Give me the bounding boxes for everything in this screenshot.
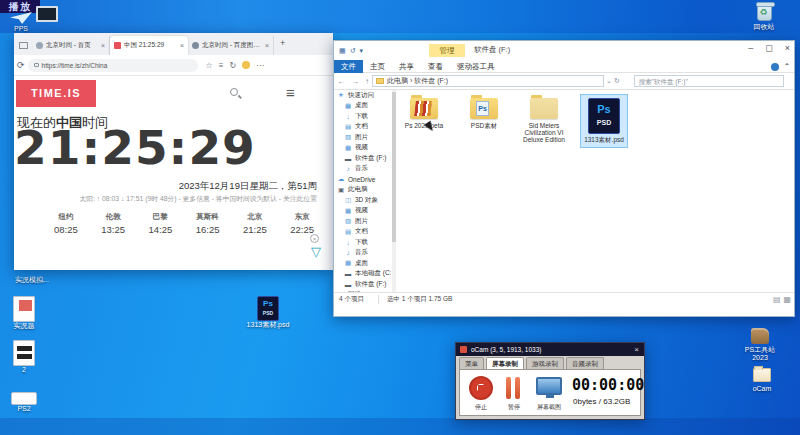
tab-timeis-china[interactable]: 中国 21:25:29 × <box>110 36 188 55</box>
sidebar-item-videos-qa[interactable]: ▦视频 <box>334 143 391 154</box>
refresh-icon[interactable]: ⟳ <box>17 60 25 70</box>
ocam-tab-screen-record[interactable]: 屏幕录制 <box>486 357 524 369</box>
file-tile-psd-assets[interactable]: Ps PSD素材 <box>460 94 508 148</box>
thumbnails-view-icon[interactable]: ▦ <box>783 295 791 304</box>
ocam-close-icon[interactable]: × <box>634 345 639 354</box>
tab3-favicon <box>192 42 199 49</box>
desktop-icon-strip[interactable]: PS2 <box>4 392 44 413</box>
monitor-app-icon[interactable] <box>36 6 58 22</box>
sidebar-item-drive-c[interactable]: ▬本地磁盘 (C:) <box>334 269 391 280</box>
search-icon[interactable] <box>230 88 238 96</box>
manage-context-tab[interactable]: 管理 <box>429 44 465 57</box>
sidebar-item-desktop[interactable]: ▦桌面 <box>334 101 391 112</box>
sidebar-item-3d-objects[interactable]: ◫3D 对象 <box>334 195 391 206</box>
back-icon[interactable]: ← <box>337 77 345 86</box>
sidebar-item-quick-access[interactable]: ★快速访问 <box>334 90 391 101</box>
ribbon-tab-file[interactable]: 文件 <box>334 60 363 73</box>
sidebar-item-documents[interactable]: ▤文档 <box>334 122 391 133</box>
help-icon[interactable] <box>771 63 779 71</box>
city-moscow[interactable]: 莫斯科16:25 <box>196 212 220 235</box>
reading-list-icon[interactable]: ≡ <box>219 61 224 70</box>
sidebar-item-downloads-pc[interactable]: ↓下载 <box>334 237 391 248</box>
ribbon-tab-drivetools[interactable]: 驱动器工具 <box>450 60 502 73</box>
favorites-star-icon[interactable]: ☆ <box>206 61 213 70</box>
sidebar-item-pictures-pc[interactable]: ▨图片 <box>334 216 391 227</box>
desktop-icon-toolstation[interactable]: PS工具站 2023 <box>736 328 784 362</box>
desktop-icon-psd[interactable]: PsPSD 1313素材.psd <box>246 296 290 329</box>
city-london[interactable]: 伦敦13:25 <box>101 212 125 235</box>
sidebar-item-drive-f[interactable]: ▬软件盘 (F:) <box>334 279 391 290</box>
sidebar-item-drive-f-qa[interactable]: ▬软件盘 (F:) <box>334 153 391 164</box>
ribbon-tab-share[interactable]: 共享 <box>392 60 421 73</box>
city-paris[interactable]: 巴黎14:25 <box>148 212 172 235</box>
file-tile-civ6[interactable]: Sid Meiers Civilization VI Deluxe Editio… <box>520 94 568 148</box>
history-icon[interactable]: ↻ <box>229 61 236 70</box>
file-tile-ps2023beta[interactable]: Ps 2023 beta <box>400 94 448 148</box>
close-float-icon[interactable]: × <box>310 234 319 243</box>
city-beijing[interactable]: 北京21:25 <box>243 212 267 235</box>
desktop-icon-doc[interactable]: 实况题 <box>6 296 42 330</box>
address-bar[interactable]: https://time.is/zh/China <box>28 59 198 72</box>
maximize-button[interactable]: ◻ <box>765 43 772 53</box>
file-tile-psd-selected[interactable]: Ps PSD 1313素材.psd <box>580 94 628 148</box>
forward-icon[interactable]: → <box>351 77 359 86</box>
file-list: Ps 2023 beta Ps PSD素材 Sid Meiers Civiliz… <box>400 94 790 148</box>
details-view-icon[interactable]: ▤ <box>773 295 781 304</box>
tab2-favicon <box>114 42 121 49</box>
ocam-tab-menu[interactable]: 菜单 <box>459 357 484 369</box>
breadcrumb[interactable]: 此电脑 › 软件盘 (F:) <box>387 76 448 86</box>
tab-baidu-images[interactable]: 北京时间 - 百度图片 - 搜 × <box>188 36 274 55</box>
qat-undo-icon[interactable]: ↺ <box>350 47 356 55</box>
explorer-search-input[interactable] <box>634 75 784 87</box>
funnel-download-icon[interactable]: ▽ <box>311 244 321 259</box>
ribbon-tab-home[interactable]: 主页 <box>363 60 392 73</box>
qat-dropdown-icon[interactable]: ▾ <box>360 47 364 55</box>
play-overlay-badge[interactable]: 播放 <box>0 0 40 13</box>
timeis-logo[interactable]: TIME.IS <box>16 80 96 107</box>
sidebar-item-pictures[interactable]: ▨图片 <box>334 132 391 143</box>
more-menu-icon[interactable]: ⋯ <box>256 61 264 70</box>
up-icon[interactable]: ↑ <box>365 77 369 86</box>
ocam-tab-audio-record[interactable]: 音频录制 <box>566 357 604 369</box>
city-tokyo[interactable]: 东京22:25 <box>290 212 314 235</box>
city-newyork[interactable]: 纽约08:25 <box>54 212 78 235</box>
tab-beijing-home[interactable]: 北京时间 - 首页 × <box>32 36 110 55</box>
breadcrumb-field[interactable]: 此电脑 › 软件盘 (F:) <box>372 75 604 87</box>
sun-info-line[interactable]: 太阳: ↑ 08:03 ↓ 17:51 (9时 48分) - 更多信息 - 将中… <box>79 194 317 204</box>
minimize-button[interactable]: – <box>748 43 753 53</box>
sidebar-item-documents-pc[interactable]: ▤文档 <box>334 227 391 238</box>
tab2-close-icon[interactable]: × <box>180 42 184 49</box>
tab3-close-icon[interactable]: × <box>265 42 269 49</box>
sidebar-item-desktop-pc[interactable]: ▦桌面 <box>334 258 391 269</box>
desktop-icon-ocam[interactable]: oCam <box>740 368 784 393</box>
screen-capture-button[interactable] <box>536 377 562 395</box>
window-restore-icon[interactable] <box>19 42 28 49</box>
sidebar-item-downloads[interactable]: ↓下载 <box>334 111 391 122</box>
paper-plane-app-label[interactable]: PPS <box>2 25 40 33</box>
stop-record-button[interactable] <box>469 376 493 400</box>
sidebar-item-music-qa[interactable]: ♪音乐 <box>334 164 391 175</box>
qat-pc-icon[interactable]: ▦ <box>339 47 346 55</box>
quick-access-toolbar[interactable]: ▦↺▾ <box>339 47 363 55</box>
sidebar-item-music-pc[interactable]: ♪音乐 <box>334 248 391 259</box>
menu-hamburger-icon[interactable]: ≡ <box>286 84 295 101</box>
sidebar-item-this-pc[interactable]: ▣此电脑 <box>334 185 391 196</box>
sidebar-item-onedrive[interactable]: ☁OneDrive <box>334 174 391 185</box>
sidebar-item-videos[interactable]: ▦视频 <box>334 206 391 217</box>
status-item-count: 4 个项目 <box>339 295 364 304</box>
pause-button[interactable] <box>506 377 522 399</box>
desktop-icon-lines[interactable]: 2 <box>6 340 42 374</box>
breadcrumb-dropdown-icon[interactable]: ⌄ <box>606 77 612 85</box>
ribbon-collapse-icon[interactable]: ⌃ <box>784 62 790 71</box>
recycle-bin[interactable]: 回收站 <box>742 4 786 31</box>
tab1-close-icon[interactable]: × <box>101 42 105 49</box>
close-button[interactable]: × <box>785 43 790 53</box>
new-tab-button[interactable]: + <box>280 38 285 48</box>
ocam-tab-game-record[interactable]: 游戏录制 <box>526 357 564 369</box>
ribbon-tab-view[interactable]: 查看 <box>421 60 450 73</box>
sidebar-scrollbar[interactable] <box>392 90 396 305</box>
desktop: 播放 PPS 实况模拟... 实况题 2 PS2 PsPSD 1313素材.ps… <box>0 0 800 435</box>
address-refresh-icon[interactable]: ↻ <box>614 77 620 85</box>
hidden-desktop-icon-label[interactable]: 实况模拟... <box>0 276 64 284</box>
profile-avatar[interactable] <box>242 61 250 69</box>
